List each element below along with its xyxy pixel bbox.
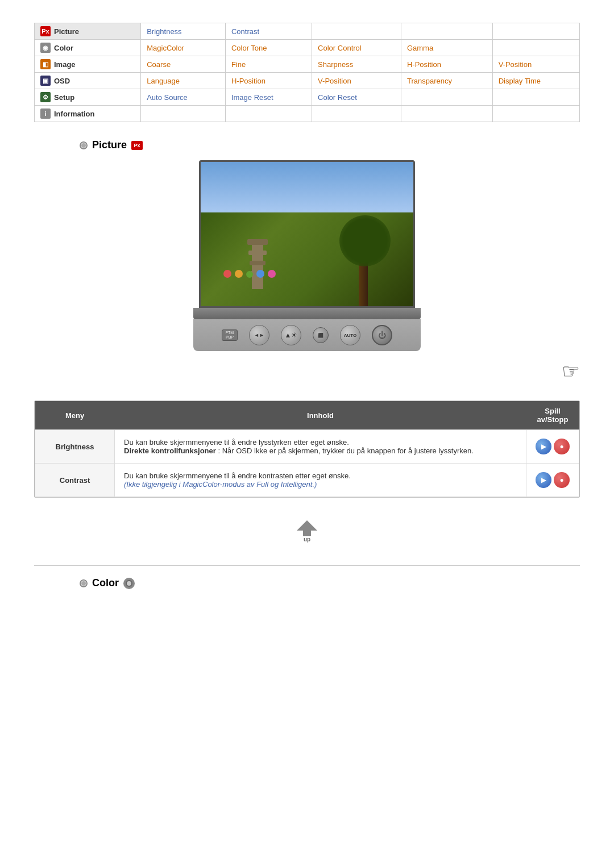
play-stop-btn-contrast[interactable]: ● <box>554 472 570 488</box>
nav-information[interactable]: i Information <box>40 108 135 119</box>
control-power-button[interactable]: ⏻ <box>372 325 392 345</box>
menu-cell-brightness: Brightness <box>35 430 115 464</box>
ball-green <box>246 271 253 278</box>
col-header-play: Spill av/Stopp <box>526 401 579 430</box>
nav-imagereset[interactable]: Image Reset <box>225 89 312 106</box>
monitor-base-bar <box>193 308 421 319</box>
nav-vposition-osd[interactable]: V-Position <box>312 73 401 89</box>
color-header-circle-icon <box>80 579 88 587</box>
tree-canopy <box>339 215 391 266</box>
nav-gamma[interactable]: Gamma <box>401 40 492 56</box>
color-header-icon <box>123 578 135 589</box>
content-section: Meny Innhold Spill av/Stopp Brightness D… <box>34 400 580 498</box>
picture-header-icon <box>80 141 88 149</box>
picture-px-icon: Px <box>131 141 143 150</box>
nav-image[interactable]: ◧ Image <box>40 59 135 69</box>
up-label: up <box>304 536 310 542</box>
brightness-bold-suffix: : Når OSD ikke er på skjermen, trykker d… <box>216 446 474 455</box>
sky <box>201 162 413 212</box>
nav-sharpness[interactable]: Sharpness <box>312 56 401 73</box>
nav-hposition-image[interactable]: H-Position <box>401 56 492 73</box>
color-icon: ◉ <box>40 43 51 53</box>
ball-blue <box>256 270 264 278</box>
nav-magiccolor[interactable]: MagicColor <box>141 40 226 56</box>
up-arrow-body <box>303 531 311 536</box>
ball-pink <box>268 270 276 278</box>
up-arrow-head <box>297 520 317 531</box>
nav-contrast[interactable]: Contrast <box>225 23 312 40</box>
section-divider <box>34 565 580 566</box>
nav-language[interactable]: Language <box>141 73 226 89</box>
color-section-header: Color <box>80 577 580 589</box>
play-cell-contrast: ▶ ● <box>526 464 579 497</box>
osd-icon: ▣ <box>40 76 51 86</box>
setup-icon: ⚙ <box>40 92 51 102</box>
nav-coarse[interactable]: Coarse <box>141 56 226 73</box>
contrast-link[interactable]: (Ikke tilgjengelig i MagicColor-modus av… <box>124 480 317 489</box>
pagoda <box>252 244 263 289</box>
play-stop-btn[interactable]: ● <box>554 439 570 454</box>
play-forward-btn-contrast[interactable]: ▶ <box>536 472 551 488</box>
nav-colorreset[interactable]: Color Reset <box>312 89 401 106</box>
garden-scene <box>201 162 413 306</box>
nav-fine[interactable]: Fine <box>225 56 312 73</box>
play-cell-brightness: ▶ ● <box>526 430 579 464</box>
col-header-menu: Meny <box>35 401 115 430</box>
table-row-brightness: Brightness Du kan bruke skjermmenyene ti… <box>35 430 579 464</box>
nav-setup[interactable]: ⚙ Setup <box>40 92 135 102</box>
content-cell-brightness: Du kan bruke skjermmenyene til å endre l… <box>115 430 526 464</box>
col-header-content: Innhold <box>115 401 526 430</box>
ball-orange <box>235 270 243 278</box>
nav-picture[interactable]: Px Picture <box>40 26 135 36</box>
ball-red <box>223 270 231 278</box>
nav-vposition-image[interactable]: V-Position <box>492 56 579 73</box>
nav-transparency[interactable]: Transparency <box>401 73 492 89</box>
content-table: Meny Innhold Spill av/Stopp Brightness D… <box>35 401 579 497</box>
nav-color[interactable]: ◉ Color <box>40 43 135 53</box>
brightness-bold-label: Direkte kontrollfunksjoner <box>124 446 216 455</box>
monitor-container: FTMPBP ◄► ▲☀ ⬛ AUTO ⏻ ☞ <box>34 160 580 383</box>
monitor-controls: FTMPBP ◄► ▲☀ ⬛ AUTO ⏻ <box>193 319 421 351</box>
picture-icon: Px <box>40 26 51 36</box>
monitor-screen <box>199 160 415 308</box>
nav-osd[interactable]: ▣ OSD <box>40 76 135 86</box>
content-cell-contrast: Du kan bruke skjermmenyene til å endre k… <box>115 464 526 497</box>
nav-displaytime[interactable]: Display Time <box>492 73 579 89</box>
nav-colortone[interactable]: Color Tone <box>225 40 312 56</box>
control-left-right-button[interactable]: ◄► <box>249 325 269 345</box>
table-row-contrast: Contrast Du kan bruke skjermmenyene til … <box>35 464 579 497</box>
image-icon: ◧ <box>40 59 51 69</box>
hand-pointer-icon: ☞ <box>562 360 580 383</box>
control-square-button[interactable]: ⬛ <box>313 327 329 343</box>
play-buttons-contrast: ▶ ● <box>536 472 570 488</box>
info-icon: i <box>40 108 51 119</box>
picture-title: Picture <box>92 139 127 151</box>
up-arrow-container: up <box>34 515 580 554</box>
control-brightness-button[interactable]: ▲☀ <box>281 325 301 345</box>
picture-section-header: Picture Px <box>80 139 580 151</box>
control-auto-button[interactable]: AUTO <box>340 325 360 345</box>
nav-colorcontrol[interactable]: Color Control <box>312 40 401 56</box>
play-forward-btn[interactable]: ▶ <box>536 439 551 454</box>
menu-cell-contrast: Contrast <box>35 464 115 497</box>
nav-brightness[interactable]: Brightness <box>141 23 226 40</box>
nav-table: Px Picture Brightness Contrast ◉ Color M… <box>34 23 580 122</box>
play-buttons-brightness: ▶ ● <box>536 439 570 454</box>
control-menu-button[interactable]: FTMPBP <box>222 329 238 341</box>
up-arrow[interactable]: up <box>297 520 317 542</box>
nav-autosource[interactable]: Auto Source <box>141 89 226 106</box>
nav-hposition-osd[interactable]: H-Position <box>225 73 312 89</box>
color-title: Color <box>92 577 119 589</box>
